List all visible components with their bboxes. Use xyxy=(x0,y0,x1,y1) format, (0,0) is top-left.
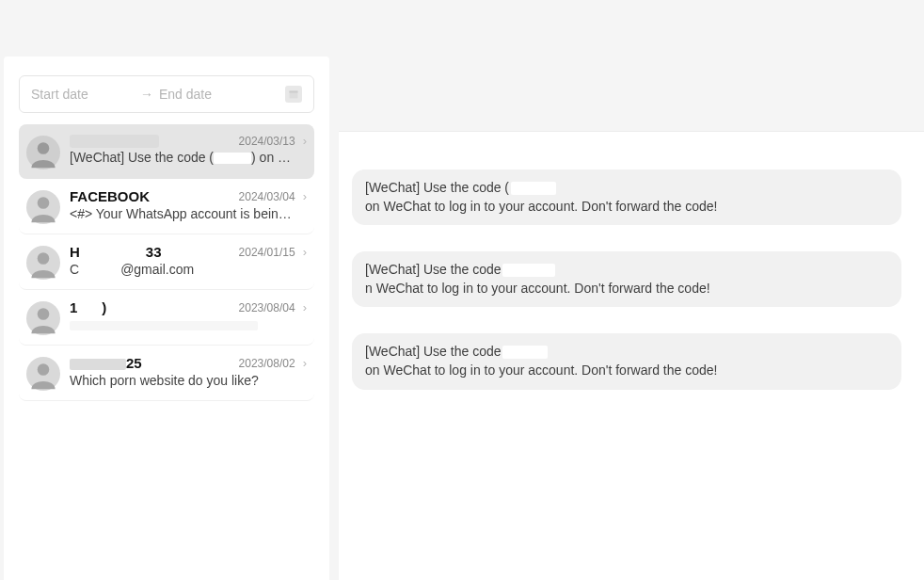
redacted-segment xyxy=(214,153,251,164)
date-range-picker[interactable]: → xyxy=(19,75,314,113)
conversation-preview: <#> Your WhatsApp account is being r… xyxy=(70,206,295,221)
sidebar: → 2024/03/13 › [WeChat] xyxy=(4,56,329,580)
svg-point-9 xyxy=(38,308,50,320)
avatar xyxy=(26,190,60,224)
redacted-segment xyxy=(77,303,102,314)
message-row: [WeChat] Use the code n WeChat to log in… xyxy=(352,251,901,307)
conversation-body: 1) 2023/08/04 › xyxy=(70,299,307,332)
conversation-body: 25 2023/08/02 › Which porn website do yo… xyxy=(70,355,307,388)
conversation-item[interactable]: 25 2023/08/02 › Which porn website do yo… xyxy=(19,346,314,401)
svg-rect-1 xyxy=(290,91,298,93)
redacted-segment xyxy=(79,265,120,276)
avatar xyxy=(26,301,60,335)
conversation-body: H33 2024/01/15 › C@gmail.com xyxy=(70,244,307,277)
svg-point-11 xyxy=(38,363,50,376)
chevron-right-icon: › xyxy=(303,189,307,203)
redacted-code xyxy=(502,346,548,359)
conversation-item[interactable]: 2024/03/13 › [WeChat] Use the code () on… xyxy=(19,124,314,179)
conversation-preview: [WeChat] Use the code () on W… xyxy=(70,150,295,165)
conversation-title: H33 xyxy=(70,244,162,260)
calendar-icon xyxy=(285,86,302,103)
conversation-preview-redacted xyxy=(70,317,295,332)
conversation-body: 2024/03/13 › [WeChat] Use the code () on… xyxy=(70,134,307,165)
conversation-date: 2024/03/04 xyxy=(239,190,295,203)
svg-point-3 xyxy=(38,142,50,154)
message-text-suffix: on WeChat to log in to your account. Don… xyxy=(365,198,717,217)
redacted-segment xyxy=(80,248,146,259)
main-header xyxy=(339,56,924,132)
redacted-code xyxy=(502,264,555,277)
redacted-segment xyxy=(70,359,126,370)
conversation-date: 2024/03/13 xyxy=(239,135,295,148)
message-text-prefix: [WeChat] Use the code xyxy=(365,343,501,362)
redacted-code xyxy=(511,182,556,195)
message-bubble: [WeChat] Use the code on WeChat to log i… xyxy=(352,333,901,389)
message-text-suffix: n WeChat to log in to your account. Don'… xyxy=(365,280,710,298)
redacted-segment xyxy=(70,321,258,330)
conversation-date: 2023/08/04 xyxy=(239,301,295,314)
message-bubble: [WeChat] Use the code n WeChat to log in… xyxy=(352,251,901,307)
conversation-item[interactable]: 1) 2023/08/04 › xyxy=(19,290,314,346)
message-bubble: [WeChat] Use the code ( on WeChat to log… xyxy=(352,169,901,225)
conversation-preview: C@gmail.com xyxy=(70,262,295,277)
conversation-title: 1) xyxy=(70,299,106,315)
svg-point-7 xyxy=(38,252,50,265)
message-text-suffix: on WeChat to log in to your account. Don… xyxy=(365,362,717,380)
conversation-title-redacted xyxy=(70,135,159,148)
chevron-right-icon: › xyxy=(303,245,307,259)
end-date-input[interactable] xyxy=(159,87,263,102)
conversation-date: 2023/08/02 xyxy=(239,357,295,370)
chevron-right-icon: › xyxy=(303,134,307,148)
message-list: [WeChat] Use the code ( on WeChat to log… xyxy=(339,132,924,409)
conversation-body: FACEBOOK 2024/03/04 › <#> Your WhatsApp … xyxy=(70,188,307,221)
main-panel: [WeChat] Use the code ( on WeChat to log… xyxy=(339,56,924,580)
message-text-prefix: [WeChat] Use the code ( xyxy=(365,179,509,198)
start-date-input[interactable] xyxy=(31,87,135,102)
message-row: [WeChat] Use the code ( on WeChat to log… xyxy=(352,169,901,225)
chevron-right-icon: › xyxy=(303,356,307,370)
conversation-title: 25 xyxy=(70,355,142,371)
chevron-right-icon: › xyxy=(303,300,307,314)
arrow-right-icon: → xyxy=(140,87,153,102)
app-root: → 2024/03/13 › [WeChat] xyxy=(0,0,924,580)
conversation-title: FACEBOOK xyxy=(70,188,150,204)
message-text-prefix: [WeChat] Use the code xyxy=(365,261,501,280)
avatar xyxy=(26,357,60,391)
message-row: [WeChat] Use the code on WeChat to log i… xyxy=(352,333,901,389)
svg-point-5 xyxy=(38,197,50,209)
conversation-item[interactable]: H33 2024/01/15 › C@gmail.com xyxy=(19,234,314,290)
conversation-item[interactable]: FACEBOOK 2024/03/04 › <#> Your WhatsApp … xyxy=(19,179,314,234)
conversation-list: 2024/03/13 › [WeChat] Use the code () on… xyxy=(19,124,314,401)
conversation-preview: Which porn website do you like? xyxy=(70,373,295,388)
conversation-date: 2024/01/15 xyxy=(239,246,295,259)
avatar xyxy=(26,246,60,280)
avatar xyxy=(26,136,60,169)
